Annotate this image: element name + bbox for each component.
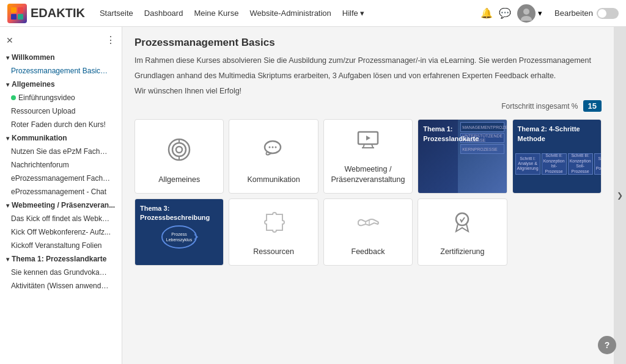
page-description-2: Grundlagen anhand des Multimedia Skriptu… [134, 70, 602, 82]
top-navigation: EDAKTIK Startseite Dashboard Meine Kurse… [0, 0, 626, 27]
right-panel-toggle[interactable]: ❯ [614, 27, 626, 364]
thema1-title: Thema 1: Prozesslandkarte [423, 125, 506, 144]
sidebar-section-thema1[interactable]: ▾ Thema 1: Prozesslandkarte [0, 252, 122, 266]
svg-rect-1 [18, 7, 23, 13]
nav-right: 🔔 💬 ▾ Bearbeiten [481, 4, 619, 23]
page-description-3: Wir wünschen Ihnen viel Erfolg! [134, 86, 602, 97]
progress-value: 15 [583, 100, 602, 112]
sidebar-item-nachrichtenforum[interactable]: Nachrichtenforum [0, 158, 122, 172]
svg-point-12 [268, 146, 270, 148]
logo-icon [7, 4, 27, 23]
nav-dashboard[interactable]: Dashboard [144, 9, 183, 18]
sidebar-item-kickoff-aufz[interactable]: Kick Off Webkonferenz- Aufz... [0, 225, 122, 239]
card-feedback[interactable]: Feedback [323, 198, 413, 266]
card-thema3[interactable]: Thema 3: Prozessbeschreibung Prozess Leb… [134, 198, 224, 266]
page-description-1: Im Rahmen diese Kurses absolvieren Sie d… [134, 55, 602, 67]
sidebar-item-kickoff-folien[interactable]: Kickoff Veranstaltung Folien [0, 239, 122, 252]
sidebar-menu-icon[interactable]: ⋮ [106, 34, 116, 46]
thema2-steps: Schritt I: Analyse & Alignierung Schritt… [515, 153, 598, 175]
avatar [517, 4, 536, 23]
content-area: Prozessmanagement Basics Im Rahmen diese… [122, 27, 614, 364]
status-dot [11, 95, 16, 100]
step-4: Schritt IV: Potential [594, 153, 602, 175]
svg-point-14 [274, 146, 276, 148]
sidebar-section-kommunikation[interactable]: ▾ Kommunikation [0, 131, 122, 145]
grid-spacer [512, 198, 602, 266]
sidebar-header: ✕ ⋮ [0, 32, 122, 51]
chevron-down-icon: ▾ [6, 81, 9, 88]
handshake-icon [356, 209, 380, 239]
svg-point-19 [162, 226, 196, 248]
progress-label: Fortschritt insgesamt % [501, 102, 578, 111]
svg-text:Lebenszyklus: Lebenszyklus [166, 238, 193, 242]
svg-point-22 [456, 213, 468, 225]
sidebar-section-label: Thema 1: Prozesslandkarte [12, 255, 106, 263]
chevron-down-icon: ▾ [6, 256, 9, 263]
logo[interactable]: EDAKTIK [7, 4, 85, 23]
thema2-title: Thema 2: 4-Schritte Methode [518, 125, 601, 144]
sidebar-item-grundvokabular[interactable]: Sie kennen das Grundvokabu... [0, 266, 122, 279]
nav-startseite[interactable]: Startseite [100, 9, 133, 18]
edit-button[interactable]: Bearbeiten [554, 8, 619, 19]
sidebar-item-epzm[interactable]: Nutzen Sie das ePzM Fachdi... [0, 145, 122, 158]
nav-hilfe[interactable]: Hilfe ▾ [342, 9, 365, 18]
main-layout: ✕ ⋮ ▾ Willkommen Prozessmanagement Basic… [0, 27, 626, 364]
edit-toggle[interactable] [597, 8, 619, 19]
avatar-chevron: ▾ [538, 9, 542, 18]
sidebar-section-label: Kommunikation [12, 134, 67, 142]
sidebar-close-icon[interactable]: ✕ [6, 35, 13, 45]
chevron-down-icon: ▾ [6, 54, 9, 61]
help-button[interactable]: ? [598, 336, 616, 354]
nav-meine-kurse[interactable]: Meine Kurse [194, 9, 238, 18]
card-webmeeting[interactable]: Webmeeting / Präsenzveranstaltung [323, 119, 413, 194]
sidebar-item-eprozessmanagement-fachd[interactable]: eProzessmanagement Fachd... [0, 172, 122, 185]
card-zertifizierung[interactable]: Zertifizierung [418, 198, 507, 266]
svg-point-13 [271, 146, 273, 148]
chevron-down-icon: ▾ [6, 202, 9, 209]
sidebar-item-eprozessmanagement-chat[interactable]: eProzessmanagement - Chat [0, 185, 122, 198]
sidebar-item-kickoff-web[interactable]: Das Kick off findet als Webko... [0, 212, 122, 225]
chevron-down-icon: ▾ [6, 135, 9, 142]
puzzle-icon [262, 209, 286, 239]
card-kommunikation-label: Kommunikation [248, 175, 300, 184]
card-webmeeting-label: Webmeeting / Präsenzveranstaltung [329, 164, 407, 184]
sidebar-section-label: Willkommen [12, 53, 55, 62]
course-grid: Allgemeines Kommunikation [134, 119, 602, 266]
sidebar-item-roter-faden[interactable]: Roter Faden durch den Kurs! [0, 118, 122, 131]
card-thema1[interactable]: Thema 1: Prozesslandkarte MANAGEMENTPROZ… [418, 119, 507, 194]
sidebar: ✕ ⋮ ▾ Willkommen Prozessmanagement Basic… [0, 27, 122, 364]
chevron-right-icon: ❯ [617, 191, 623, 200]
sidebar-item-einfuehrungsvideo[interactable]: Einführungsvideo [0, 91, 122, 104]
sidebar-section-webmeeting[interactable]: ▾ Webmeeting / Präsenzveran... [0, 198, 122, 212]
target-icon [167, 137, 191, 167]
help-icon: ? [605, 340, 610, 350]
edit-label: Bearbeiten [554, 9, 593, 18]
sidebar-section-allgemeines[interactable]: ▾ Allgemeines [0, 78, 122, 91]
nav-website-admin[interactable]: Website-Administration [249, 9, 331, 18]
card-thema2[interactable]: Thema 2: 4-Schritte Methode Schritt I: A… [512, 119, 602, 194]
card-allgemeines-label: Allgemeines [158, 175, 200, 184]
sidebar-item-prozessmanagement-basics[interactable]: Prozessmanagement Basics ... [0, 64, 122, 78]
card-allgemeines[interactable]: Allgemeines [134, 119, 224, 194]
step-1: Schritt I: Analyse & Alignierung [515, 153, 540, 175]
card-ressourcen[interactable]: Ressourcen [229, 198, 318, 266]
screen-icon [356, 127, 380, 157]
svg-rect-2 [11, 14, 17, 20]
progress-row: Fortschritt insgesamt % 15 [134, 100, 602, 112]
sidebar-section-label: Allgemeines [12, 80, 55, 89]
sidebar-item-ressourcen-upload[interactable]: Ressourcen Upload [0, 104, 122, 118]
message-icon[interactable]: 💬 [499, 7, 511, 19]
logo-text: EDAKTIK [31, 6, 85, 20]
sidebar-item-aktivitaeten[interactable]: Aktivitäten (Wissen anwende... [0, 279, 122, 293]
svg-rect-0 [11, 7, 17, 13]
svg-point-5 [521, 16, 532, 21]
user-avatar-wrap[interactable]: ▾ [517, 4, 542, 23]
main-nav: Startseite Dashboard Meine Kurse Website… [100, 9, 471, 18]
svg-text:Prozess: Prozess [172, 232, 188, 236]
step-3: Schritt III: Konzeption Soll-Prozesse [568, 153, 593, 175]
card-kommunikation[interactable]: Kommunikation [229, 119, 318, 194]
bell-icon[interactable]: 🔔 [481, 7, 493, 19]
sidebar-section-label: Webmeeting / Präsenzveran... [12, 201, 115, 209]
card-ressourcen-label: Ressourcen [253, 247, 294, 257]
sidebar-section-willkommen[interactable]: ▾ Willkommen [0, 51, 122, 64]
